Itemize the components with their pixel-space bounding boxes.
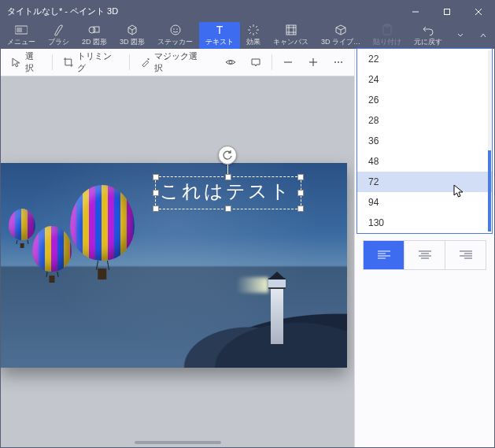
svg-line-21: [249, 32, 251, 34]
resize-handle[interactable]: [297, 205, 304, 212]
ribbon-text[interactable]: T テキスト: [199, 22, 240, 49]
resize-handle[interactable]: [297, 174, 304, 180]
view-3d-button[interactable]: [221, 54, 240, 70]
text-align-group: [363, 240, 486, 270]
ribbon-label: キャンバス: [273, 37, 308, 47]
ribbon-collapse[interactable]: [471, 22, 494, 49]
ribbon-label: メニュー: [7, 37, 35, 47]
resize-handle[interactable]: [153, 190, 159, 196]
svg-rect-22: [286, 25, 296, 35]
image-balloon: [9, 209, 35, 248]
image-balloon: [32, 226, 72, 283]
app-window: タイトルなし* - ペイント 3D メニュー ブラシ 2D 図形 3D 図形 ス…: [0, 0, 495, 448]
svg-point-11: [173, 28, 175, 30]
ribbon-brush[interactable]: ブラシ: [42, 22, 76, 49]
text-icon: T: [213, 24, 226, 36]
ribbon-label: テキスト: [205, 37, 234, 47]
ribbon-undo[interactable]: 元に戻す: [408, 22, 449, 49]
ribbon-effects[interactable]: 効果: [240, 22, 267, 49]
text-side-panel: 22 24 26 28 36 48 72 94 130: [354, 49, 494, 447]
shapes-3d-icon: [126, 24, 139, 36]
library-icon: [334, 24, 347, 36]
horizontal-scrollbar[interactable]: [135, 441, 221, 444]
app-body: 選択 トリミング マジック選択: [1, 49, 494, 447]
svg-rect-1: [445, 9, 450, 14]
shapes-2d-icon: [88, 24, 101, 36]
ribbon-label: ステッカー: [157, 37, 193, 47]
ribbon-label: 3D 図形: [120, 37, 145, 47]
canvas-icon: [285, 24, 297, 36]
svg-point-35: [341, 61, 342, 63]
zoom-out-button[interactable]: [279, 54, 297, 70]
canvas-text-content[interactable]: これはテスト: [160, 179, 292, 204]
ribbon-more-dropdown[interactable]: [449, 22, 471, 49]
brush-icon: [53, 24, 65, 36]
font-size-option[interactable]: 24: [357, 69, 492, 90]
resize-handle[interactable]: [225, 205, 231, 212]
align-left-button[interactable]: [364, 241, 404, 269]
mixed-reality-button[interactable]: [246, 54, 265, 70]
canvas-area[interactable]: これはテスト: [1, 76, 354, 447]
align-center-button[interactable]: [404, 241, 445, 269]
font-size-option[interactable]: 28: [357, 110, 492, 131]
font-size-option[interactable]: 130: [357, 213, 492, 233]
work-area: 選択 トリミング マジック選択: [1, 49, 354, 447]
ribbon-paste: 貼り付け: [367, 22, 408, 49]
image-lighthouse: [268, 272, 286, 344]
font-size-option[interactable]: 94: [357, 192, 492, 213]
font-size-option[interactable]: 26: [357, 90, 492, 110]
crop-tool[interactable]: トリミング: [59, 48, 123, 76]
ribbon-label: 3D ライブ…: [321, 37, 360, 47]
effects-icon: [247, 24, 260, 36]
ribbon-label: 元に戻す: [414, 37, 442, 47]
ribbon-label: ブラシ: [48, 37, 69, 47]
minimize-button[interactable]: [400, 1, 431, 22]
align-right-button[interactable]: [445, 241, 486, 269]
ribbon-3d[interactable]: 3D 図形: [113, 22, 151, 49]
svg-line-18: [249, 26, 251, 28]
resize-handle[interactable]: [153, 174, 159, 180]
svg-point-29: [229, 61, 232, 64]
font-size-option-selected[interactable]: 72: [357, 172, 492, 192]
select-tool[interactable]: 選択: [7, 48, 46, 76]
secondary-toolbar: 選択 トリミング マジック選択: [1, 49, 354, 76]
ribbon-label: 2D 図形: [82, 37, 107, 47]
svg-line-19: [256, 32, 257, 34]
svg-point-33: [334, 61, 336, 63]
ribbon-2d[interactable]: 2D 図形: [76, 22, 113, 49]
image-balloon: [70, 185, 135, 280]
ribbon-menu[interactable]: メニュー: [1, 22, 42, 49]
rotate-handle[interactable]: [218, 146, 237, 165]
paste-icon: [381, 24, 393, 36]
ribbon-label: 効果: [246, 37, 260, 47]
close-button[interactable]: [463, 1, 494, 22]
ribbon: メニュー ブラシ 2D 図形 3D 図形 ステッカー T テキスト 効果 キャン: [1, 22, 494, 49]
titlebar: タイトルなし* - ペイント 3D: [1, 1, 494, 22]
svg-point-10: [171, 25, 180, 35]
zoom-in-button[interactable]: [304, 54, 323, 70]
menu-icon: [15, 24, 28, 36]
image-rocks: [182, 305, 347, 368]
ribbon-label: 貼り付け: [373, 37, 401, 47]
font-size-option[interactable]: 22: [357, 49, 492, 69]
magic-select-tool[interactable]: マジック選択: [136, 48, 209, 76]
undo-icon: [422, 24, 434, 36]
sticker-icon: [169, 24, 182, 36]
window-title: タイトルなし* - ペイント 3D: [7, 6, 400, 17]
maximize-button[interactable]: [431, 1, 463, 22]
svg-point-12: [176, 28, 178, 30]
svg-line-20: [256, 26, 257, 28]
resize-handle[interactable]: [153, 205, 159, 212]
svg-point-34: [338, 61, 339, 63]
resize-handle[interactable]: [297, 190, 304, 196]
svg-text:T: T: [216, 24, 223, 36]
font-size-listbox[interactable]: 22 24 26 28 36 48 72 94 130: [356, 48, 493, 234]
more-button[interactable]: [329, 54, 348, 70]
ribbon-sticker[interactable]: ステッカー: [151, 22, 199, 49]
font-size-option[interactable]: 36: [357, 131, 492, 151]
font-size-option[interactable]: 48: [357, 151, 492, 172]
listbox-scrollbar[interactable]: [488, 50, 491, 231]
ribbon-canvas[interactable]: キャンバス: [267, 22, 315, 49]
ribbon-3dlibrary[interactable]: 3D ライブ…: [315, 22, 367, 49]
